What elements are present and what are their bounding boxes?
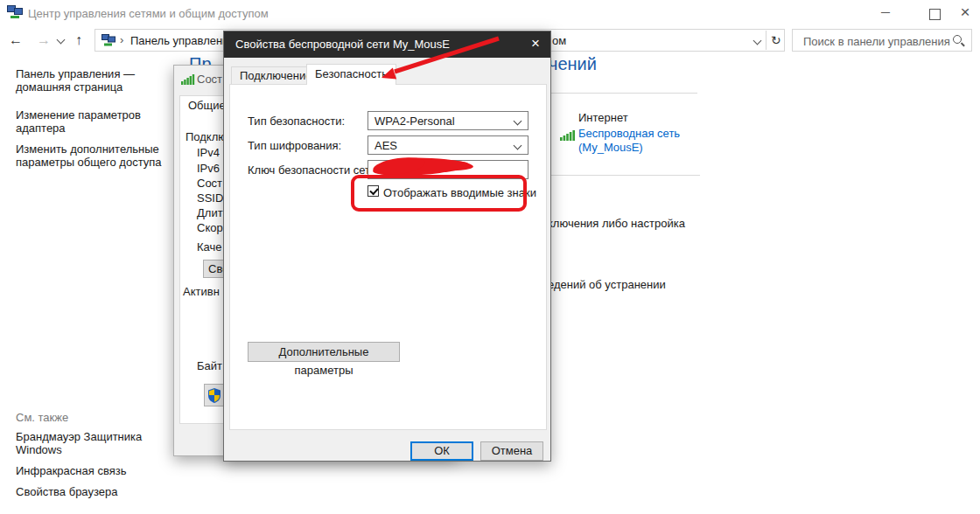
status-dialog-title: Сост [197, 73, 222, 86]
status-connection-label: Подклю [186, 130, 227, 143]
status-row-duration: Длит [197, 206, 223, 219]
cancel-button[interactable]: Отмена [480, 441, 543, 461]
forward-icon: → [37, 33, 51, 47]
ok-button[interactable]: ОК [410, 441, 473, 461]
security-tab-panel: Тип безопасности: WPA2-Personal Тип шифр… [229, 84, 547, 430]
sidebar-item-advanced-sharing[interactable]: Изменить дополнительные параметры общего… [16, 142, 191, 169]
tab-security[interactable]: Безопасность [306, 64, 396, 85]
status-quality-label: Каче [197, 240, 222, 254]
chevron-down-icon [514, 117, 522, 126]
advanced-settings-button[interactable]: Дополнительные параметры [248, 342, 400, 362]
close-button[interactable]: × [952, 3, 978, 22]
sidebar-item-adapter-settings[interactable]: Изменение параметров адаптера [16, 108, 173, 135]
wifi-status-icon [181, 73, 195, 85]
screen: Центр управления сетями и общим доступом… [0, 0, 980, 514]
page-heading-fragment-right: чений [549, 54, 597, 74]
search-box[interactable] [792, 29, 972, 52]
security-type-value: WPA2-Personal [374, 115, 455, 128]
breadcrumb[interactable]: Панель управления [130, 34, 234, 47]
wifi-network-link[interactable]: Беспроводная сеть [578, 127, 680, 141]
chevron-down-icon [514, 142, 522, 150]
network-key-label: Ключ безопасности сети [248, 163, 376, 177]
sidebar-item-infrared[interactable]: Инфракрасная связь [16, 464, 191, 477]
sidebar-item-browser-options[interactable]: Свойства браузера [16, 485, 191, 498]
address-dropdown-chevron-icon[interactable] [753, 37, 762, 45]
dialog-title: Свойства беспроводной сети My_MousE [235, 38, 450, 51]
history-chevron-icon[interactable] [57, 36, 66, 45]
security-type-select[interactable]: WPA2-Personal [368, 111, 528, 130]
encryption-type-label: Тип шифрования: [248, 139, 341, 152]
search-input[interactable] [802, 31, 954, 52]
uac-shield-icon [208, 388, 220, 403]
address-separator [766, 31, 766, 50]
content-divider-bottom [551, 175, 700, 176]
sidebar-item-home[interactable]: Панель управления — домашняя страница [16, 67, 166, 94]
wifi-network-link-ssid[interactable]: (My_MousE) [578, 141, 643, 155]
dialog-close-icon[interactable]: × [524, 35, 547, 52]
maximize-button[interactable] [929, 9, 941, 20]
encryption-type-value: AES [374, 139, 397, 152]
security-type-label: Тип безопасности: [248, 115, 345, 128]
window-title: Центр управления сетями и общим доступом [28, 7, 269, 20]
status-row-state: Сост [197, 177, 222, 190]
show-characters-checkbox[interactable] [368, 185, 379, 197]
status-bytes-label: Байт [197, 359, 222, 372]
content-divider-top [551, 93, 697, 94]
wifi-signal-icon [560, 128, 576, 141]
wifi-properties-dialog: Свойства беспроводной сети My_MousE × По… [223, 31, 551, 462]
minimize-button[interactable]: ─ [872, 5, 899, 19]
see-also-header: См. также [16, 411, 68, 424]
network-app-icon [7, 5, 23, 20]
up-icon[interactable]: ↑ [75, 33, 82, 47]
refresh-icon[interactable]: ↻ [771, 33, 781, 47]
status-activity-label: Активн [183, 285, 220, 298]
sidebar-item-firewall[interactable]: Брандмауэр Защитника Windows [16, 430, 170, 456]
troubleshoot-text-fragment: едений об устранении [548, 278, 666, 291]
status-row-ipv4: IPv4 [197, 146, 220, 159]
dialog-titlebar[interactable]: Свойства беспроводной сети My_MousE × [224, 31, 550, 58]
status-row-speed: Скор [197, 221, 223, 234]
search-icon[interactable] [953, 35, 962, 44]
network-location-icon [102, 34, 116, 47]
address-text-fragment: ом [552, 34, 566, 47]
internet-label: Интернет [578, 111, 628, 124]
setup-text-fragment: ключения либо настройка [548, 217, 685, 230]
network-key-input[interactable] [368, 160, 528, 179]
breadcrumb-separator-icon: › [120, 33, 123, 46]
show-characters-label[interactable]: Отображать вводимые знаки [383, 186, 536, 199]
status-row-ssid: SSID [197, 191, 223, 205]
encryption-type-select[interactable]: AES [368, 135, 528, 155]
back-icon[interactable]: ← [9, 33, 23, 47]
status-row-ipv6: IPv6 [197, 162, 220, 175]
